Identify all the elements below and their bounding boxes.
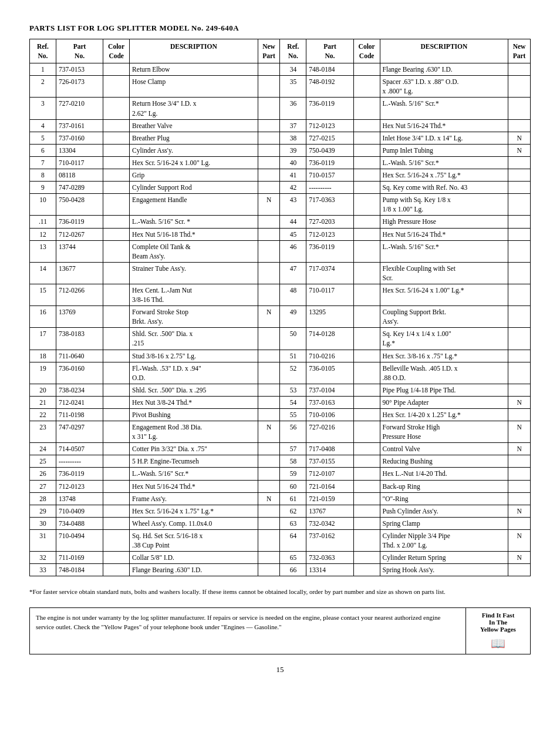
left-desc: Collar 5/8" I.D. (130, 552, 258, 564)
right-ref: 66 (280, 564, 306, 576)
left-color (103, 480, 130, 492)
right-ref: 35 (280, 76, 306, 98)
table-row: 32711-0169Collar 5/8" I.D.65732-0363Cyli… (30, 552, 531, 564)
right-desc: Hex Nut 5/16-24 Thd.* (380, 119, 508, 132)
right-part: 748-0184 (306, 63, 353, 76)
left-desc: Strainer Tube Ass'y. (130, 262, 258, 284)
right-desc: Reducing Bushing (380, 455, 508, 468)
left-part: 712-0241 (56, 396, 103, 408)
left-ref: 4 (30, 119, 56, 132)
right-new (508, 119, 531, 132)
right-part: 727-0203 (306, 216, 353, 228)
table-row: .11736-0119L.-Wash. 5/16" Scr. *44727-02… (30, 216, 531, 228)
right-new (508, 564, 531, 576)
left-ref: 7 (30, 156, 56, 169)
right-ref: 55 (280, 409, 306, 421)
right-color (353, 63, 380, 76)
left-desc: Fl.-Wash. .53" I.D. x .94"O.D. (130, 362, 258, 384)
left-new (258, 409, 280, 421)
right-color (353, 98, 380, 119)
right-ref: 42 (280, 182, 306, 194)
left-new (258, 552, 280, 564)
right-new (508, 455, 531, 468)
right-ref: 36 (280, 98, 306, 119)
right-desc: Coupling Support Brkt.Ass'y. (380, 306, 508, 328)
right-ref: 53 (280, 384, 306, 396)
left-ref: 9 (30, 182, 56, 194)
left-new (258, 468, 280, 480)
left-part: 710-0494 (56, 529, 103, 551)
right-color (353, 529, 380, 551)
left-part: 747-0289 (56, 182, 103, 194)
right-ref: 39 (280, 144, 306, 156)
left-color (103, 362, 130, 384)
left-part: 08118 (56, 169, 103, 182)
right-color (353, 306, 380, 328)
left-color (103, 284, 130, 305)
left-new (258, 350, 280, 362)
right-desc: Flexible Coupling with SetScr. (380, 262, 508, 284)
right-color (353, 480, 380, 492)
right-new (508, 350, 531, 362)
left-ref: 14 (30, 262, 56, 284)
left-part: 712-0123 (56, 480, 103, 492)
right-ref: 54 (280, 396, 306, 408)
left-new (258, 169, 280, 182)
right-desc: 90° Pipe Adapter (380, 396, 508, 408)
table-row: 20738-0234Shld. Scr. .500" Dia. x .29553… (30, 384, 531, 396)
header-part-no2: PartNo. (306, 39, 353, 63)
right-desc: Sq. Key 1/4 x 1/4 x 1.00"Lg.* (380, 328, 508, 350)
left-color (103, 396, 130, 408)
right-color (353, 443, 380, 455)
right-new (508, 228, 531, 240)
right-color (353, 182, 380, 194)
table-row: 23747-0297Engagement Rod .38 Dia.x 31" L… (30, 421, 531, 443)
left-ref: 24 (30, 443, 56, 455)
right-color (353, 468, 380, 480)
right-new (508, 284, 531, 305)
right-color (353, 144, 380, 156)
notice-logo: Find It Fast In The Yellow Pages 📖 (465, 608, 530, 654)
right-part: 737-0163 (306, 396, 353, 408)
right-ref: 43 (280, 194, 306, 216)
right-part: 732-0363 (306, 552, 353, 564)
right-part: 736-0119 (306, 98, 353, 119)
left-part: 712-0266 (56, 284, 103, 305)
left-ref: 17 (30, 328, 56, 350)
right-part: 727-0216 (306, 421, 353, 443)
left-new (258, 529, 280, 551)
left-desc: Cylinder Support Rod (130, 182, 258, 194)
left-color (103, 63, 130, 76)
left-part: 738-0234 (56, 384, 103, 396)
left-new (258, 132, 280, 144)
right-part: 13767 (306, 505, 353, 517)
right-new (508, 384, 531, 396)
right-part: 717-0374 (306, 262, 353, 284)
left-desc: Complete Oil Tank &Beam Ass'y. (130, 240, 258, 262)
left-ref: 21 (30, 396, 56, 408)
right-desc: Pump Inlet Tubing (380, 144, 508, 156)
right-part: 712-0123 (306, 119, 353, 132)
left-color (103, 194, 130, 216)
table-row: 10750-0428Engagement HandleN43717-0363Pu… (30, 194, 531, 216)
right-new (508, 76, 531, 98)
left-new (258, 455, 280, 468)
right-ref: 38 (280, 132, 306, 144)
left-color (103, 156, 130, 169)
table-row: 21712-0241Hex Nut 3/8-24 Thd.*54737-0163… (30, 396, 531, 408)
right-color (353, 350, 380, 362)
right-ref: 50 (280, 328, 306, 350)
left-part: 726-0173 (56, 76, 103, 98)
parts-table: Ref.No. PartNo. ColorCode DESCRIPTION Ne… (29, 39, 531, 576)
left-color (103, 468, 130, 480)
right-desc: L.-Wash. 5/16" Scr.* (380, 156, 508, 169)
right-color (353, 194, 380, 216)
left-color (103, 564, 130, 576)
left-desc: Hex Scr. 5/16-24 x 1.00" Lg. (130, 156, 258, 169)
right-part: 712-0107 (306, 468, 353, 480)
left-part: 711-0198 (56, 409, 103, 421)
left-color (103, 505, 130, 517)
right-color (353, 552, 380, 564)
left-part: 747-0297 (56, 421, 103, 443)
left-desc: Return Elbow (130, 63, 258, 76)
